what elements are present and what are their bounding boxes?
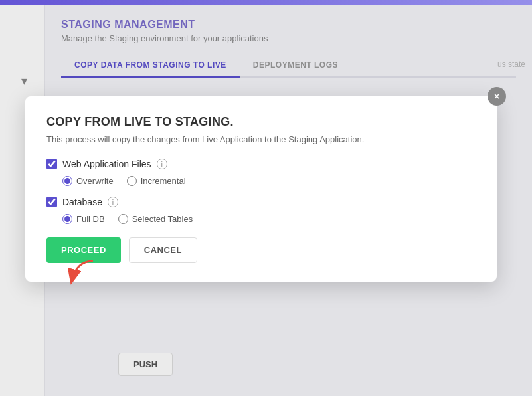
database-info-icon[interactable]: i (108, 197, 118, 207)
web-app-files-info-icon[interactable]: i (157, 159, 167, 169)
web-app-files-label[interactable]: Web Application Files (46, 159, 151, 169)
selected-tables-radio[interactable] (118, 214, 128, 224)
cancel-button[interactable]: CANCEL (129, 237, 197, 263)
modal-title: COPY FROM LIVE TO STAGING. (46, 115, 476, 129)
database-row: Database i (46, 197, 476, 207)
web-app-files-row: Web Application Files i (46, 159, 476, 169)
web-app-files-group: Web Application Files i Overwrite Increm… (46, 159, 476, 186)
arrow-indicator (66, 256, 106, 288)
fulldb-radio-label[interactable]: Full DB (62, 214, 105, 224)
database-checkbox[interactable] (46, 197, 57, 207)
database-group: Database i Full DB Selected Tables (46, 197, 476, 224)
web-app-files-checkbox[interactable] (46, 159, 57, 169)
incremental-radio[interactable] (127, 176, 137, 186)
database-radio-group: Full DB Selected Tables (46, 214, 476, 224)
overwrite-radio-label[interactable]: Overwrite (62, 176, 114, 186)
modal-dialog: × COPY FROM LIVE TO STAGING. This proces… (25, 96, 497, 282)
database-label[interactable]: Database (46, 197, 102, 207)
modal-description: This process will copy the changes from … (46, 134, 476, 144)
overwrite-radio[interactable] (62, 176, 72, 186)
modal-close-button[interactable]: × (488, 87, 506, 106)
modal-button-row: PROCEED CANCEL (46, 237, 476, 263)
fulldb-radio[interactable] (62, 214, 72, 224)
incremental-radio-label[interactable]: Incremental (127, 176, 186, 186)
selected-tables-radio-label[interactable]: Selected Tables (118, 214, 193, 224)
web-app-files-radio-group: Overwrite Incremental (46, 176, 476, 186)
